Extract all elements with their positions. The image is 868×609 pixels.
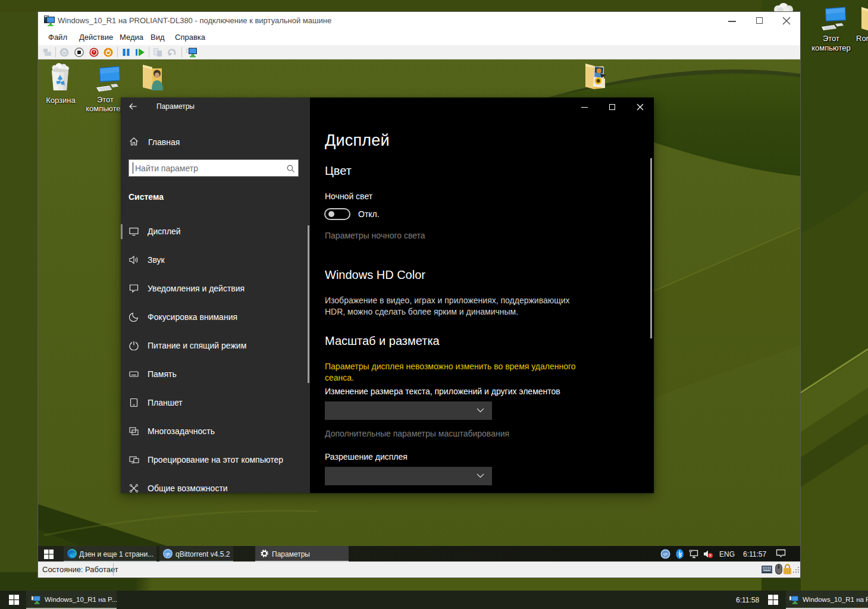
svg-text:qb: qb [663, 552, 668, 557]
svg-text:qb: qb [165, 552, 170, 557]
